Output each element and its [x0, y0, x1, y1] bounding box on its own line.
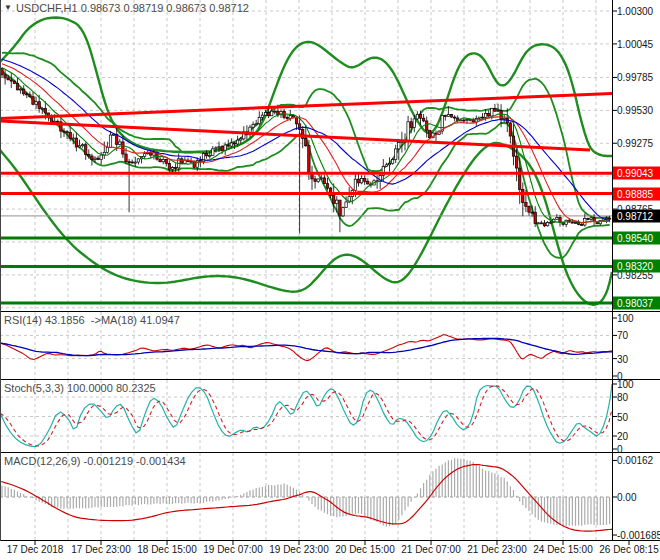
stoch-indicator-label: Stoch(5,3,3) 100.0000 80.2325 — [4, 382, 156, 394]
stoch-axis-label: 100 — [617, 379, 634, 390]
level-price-badge: 0.98320 — [613, 260, 660, 273]
rsi-indicator-label: RSI(14) 43.1856 ->MA(18) 41.0947 — [4, 314, 180, 326]
mt4-chart-window: ▼ USDCHF,H1 0.98673 0.98719 0.98673 0.98… — [0, 0, 660, 560]
stoch-axis-label: 80 — [617, 392, 628, 403]
price-axis-label: 1.00300 — [617, 6, 653, 17]
stoch-axis-label: 50 — [617, 411, 628, 422]
symbol-title: ▼ USDCHF,H1 0.98673 0.98719 0.98673 0.98… — [4, 2, 249, 14]
macd-axis-label: 0.00 — [617, 492, 636, 503]
time-axis-label: 21 Dec 23:00 — [467, 544, 527, 555]
time-axis-label: 24 Dec 15:00 — [533, 544, 593, 555]
time-axis-label: 17 Dec 2018 — [7, 544, 64, 555]
price-axis-label: 0.99785 — [617, 72, 653, 83]
time-axis-label: 17 Dec 23:00 — [71, 544, 131, 555]
stoch-axis-label: 0 — [617, 444, 623, 455]
chart-canvas[interactable] — [0, 0, 660, 560]
macd-indicator-label: MACD(12,26,9) -0.001219 -0.001434 — [4, 455, 186, 467]
stoch-d-line — [0, 386, 612, 446]
rsi-axis-label: 70 — [617, 330, 628, 341]
bb-inner-lower — [2, 71, 610, 258]
level-price-badge: 0.98540 — [613, 232, 660, 245]
symbol-ohlc-text: USDCHF,H1 0.98673 0.98719 0.98673 0.9871… — [16, 2, 249, 14]
price-axis-label: 0.99275 — [617, 138, 653, 149]
level-price-badge: 0.99043 — [613, 167, 660, 180]
trend-line-1 — [0, 93, 612, 118]
time-axis-label: 20 Dec 15:00 — [335, 544, 395, 555]
time-axis-label: 26 Dec 08:15 — [599, 544, 659, 555]
time-axis-label: 19 Dec 23:00 — [269, 544, 329, 555]
price-axis-label: 1.00045 — [617, 38, 653, 49]
rsi-axis-label: 30 — [617, 353, 628, 364]
macd-axis-label: -0.001685 — [617, 530, 660, 541]
macd-axis-label: 0.00162 — [617, 455, 653, 466]
time-axis-label: 21 Dec 07:00 — [401, 544, 461, 555]
level-price-badge: 0.98885 — [613, 187, 660, 200]
rsi-ma-line — [0, 338, 612, 355]
price-axis-label: 0.99530 — [617, 105, 653, 116]
level-price-badge: 0.98037 — [613, 297, 660, 310]
main-price-panel — [0, 0, 612, 311]
time-axis-label: 18 Dec 15:00 — [137, 544, 197, 555]
time-axis-label: 19 Dec 07:00 — [203, 544, 263, 555]
symbol-dropdown-icon[interactable]: ▼ — [4, 4, 12, 12]
stoch-axis-label: 20 — [617, 431, 628, 442]
current-price-badge: 0.98712 — [613, 209, 660, 222]
rsi-axis-label: 100 — [617, 313, 634, 324]
